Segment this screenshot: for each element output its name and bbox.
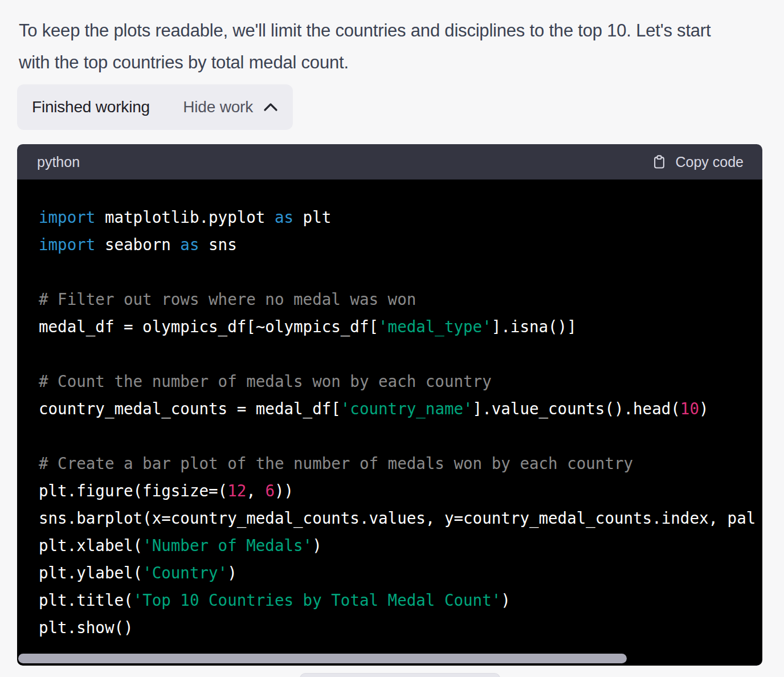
code-line	[39, 258, 762, 286]
code-line: # Filter out rows where no medal was won	[39, 286, 762, 313]
next-block-peek	[300, 673, 500, 677]
message-line-2: with the top countries by total medal co…	[19, 47, 784, 79]
code-line: plt.xlabel('Number of Medals')	[39, 532, 762, 559]
code-line: plt.show()	[39, 614, 762, 641]
code-line	[39, 422, 762, 450]
hide-work-button[interactable]: Hide work	[183, 98, 278, 116]
chevron-up-icon	[263, 102, 278, 112]
work-status-label: Finished working	[32, 98, 150, 116]
code-line: plt.ylabel('Country')	[39, 559, 762, 586]
code-line: # Count the number of medals won by each…	[39, 368, 762, 395]
hide-work-label: Hide work	[183, 98, 253, 116]
horizontal-scrollbar[interactable]	[18, 654, 627, 663]
message-line-1: To keep the plots readable, we'll limit …	[19, 15, 784, 47]
code-line: # Create a bar plot of the number of med…	[39, 450, 762, 477]
copy-code-button[interactable]: Copy code	[651, 153, 744, 171]
message-text: To keep the plots readable, we'll limit …	[17, 15, 784, 79]
code-content[interactable]: import matplotlib.pyplot as pltimport se…	[17, 180, 762, 666]
chat-message: To keep the plots readable, we'll limit …	[0, 0, 784, 677]
language-label: python	[37, 154, 80, 170]
clipboard-icon	[651, 153, 667, 171]
code-line: medal_df = olympics_df[~olympics_df['med…	[39, 313, 762, 340]
code-line: plt.figure(figsize=(12, 6))	[39, 477, 762, 504]
code-block: python Copy code import matplotlib.pyplo…	[17, 144, 762, 666]
code-line	[39, 340, 762, 368]
code-line: import seaborn as sns	[39, 231, 762, 258]
code-line: sns.barplot(x=country_medal_counts.value…	[39, 504, 762, 532]
code-line: import matplotlib.pyplot as plt	[39, 203, 762, 231]
copy-code-label: Copy code	[675, 154, 744, 170]
code-line: country_medal_counts = medal_df['country…	[39, 395, 762, 422]
code-line: plt.title('Top 10 Countries by Total Med…	[39, 586, 762, 614]
work-status-pill: Finished working Hide work	[17, 84, 293, 130]
code-block-header: python Copy code	[17, 144, 762, 180]
